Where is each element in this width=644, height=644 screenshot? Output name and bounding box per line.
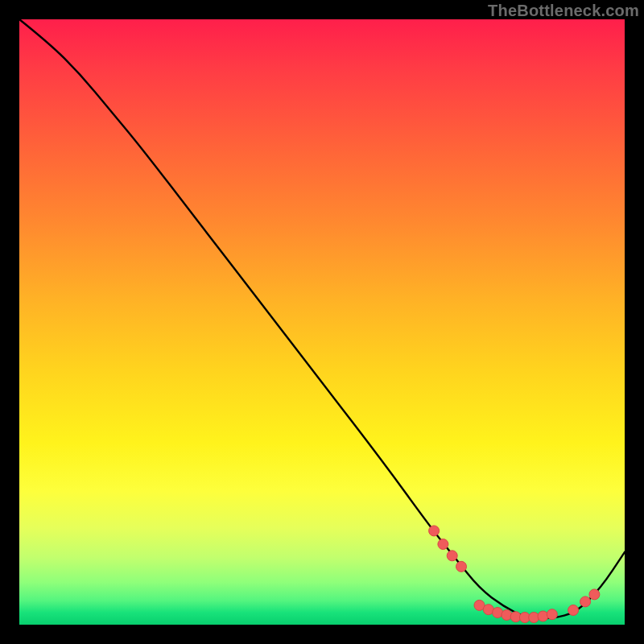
watermark-text: TheBottleneck.com xyxy=(488,2,639,20)
curve-marker xyxy=(502,610,512,621)
curve-marker xyxy=(580,597,591,607)
curve-markers xyxy=(429,526,600,623)
curve-marker xyxy=(568,605,579,616)
curve-layer xyxy=(19,19,625,625)
curve-marker xyxy=(589,589,600,600)
curve-marker xyxy=(456,561,467,572)
curve-marker xyxy=(447,551,457,561)
plot-area xyxy=(19,19,625,625)
curve-marker xyxy=(438,539,448,550)
curve-marker xyxy=(547,609,557,620)
chart-stage: TheBottleneck.com xyxy=(0,0,644,644)
curve-marker xyxy=(429,526,440,536)
curve-marker xyxy=(538,611,548,621)
bottleneck-curve xyxy=(19,19,625,619)
